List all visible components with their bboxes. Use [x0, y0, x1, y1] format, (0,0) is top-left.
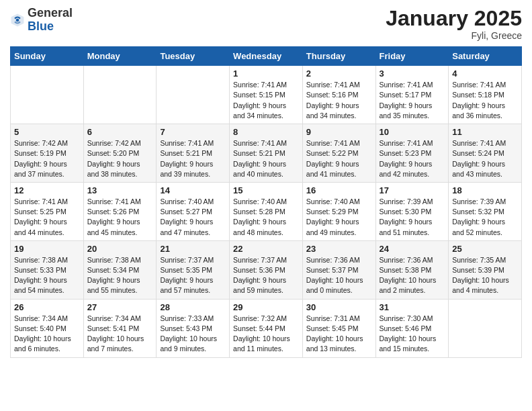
- header-thursday: Thursday: [302, 47, 375, 66]
- day-number: 4: [452, 68, 518, 79]
- day-number: 25: [452, 244, 518, 254]
- table-row: [11, 66, 84, 124]
- day-number: 2: [306, 68, 372, 79]
- table-row: 19Sunrise: 7:38 AM Sunset: 5:33 PM Dayli…: [11, 240, 84, 299]
- header: General Blue January 2025 Fyli, Greece: [10, 7, 522, 41]
- logo-icon: [10, 13, 25, 28]
- day-number: 13: [87, 185, 153, 195]
- day-info: Sunrise: 7:41 AM Sunset: 5:21 PM Dayligh…: [233, 138, 299, 179]
- table-row: 21Sunrise: 7:37 AM Sunset: 5:35 PM Dayli…: [157, 240, 230, 299]
- table-row: 11Sunrise: 7:41 AM Sunset: 5:24 PM Dayli…: [449, 124, 522, 183]
- table-row: 15Sunrise: 7:40 AM Sunset: 5:28 PM Dayli…: [230, 182, 303, 240]
- day-number: 16: [306, 185, 372, 195]
- day-number: 3: [380, 68, 445, 79]
- logo-blue-text: Blue: [28, 19, 54, 33]
- day-info: Sunrise: 7:41 AM Sunset: 5:18 PM Dayligh…: [452, 80, 518, 121]
- table-row: 9Sunrise: 7:41 AM Sunset: 5:22 PM Daylig…: [302, 124, 375, 183]
- table-row: 7Sunrise: 7:41 AM Sunset: 5:21 PM Daylig…: [157, 124, 230, 183]
- day-info: Sunrise: 7:37 AM Sunset: 5:36 PM Dayligh…: [233, 255, 299, 296]
- table-row: 29Sunrise: 7:32 AM Sunset: 5:44 PM Dayli…: [230, 299, 303, 357]
- table-row: 27Sunrise: 7:34 AM Sunset: 5:41 PM Dayli…: [83, 299, 157, 357]
- day-number: 22: [233, 244, 299, 254]
- day-info: Sunrise: 7:40 AM Sunset: 5:27 PM Dayligh…: [160, 197, 226, 238]
- day-info: Sunrise: 7:42 AM Sunset: 5:19 PM Dayligh…: [14, 138, 80, 179]
- table-row: [83, 66, 157, 124]
- day-number: 12: [14, 185, 80, 195]
- day-info: Sunrise: 7:41 AM Sunset: 5:23 PM Dayligh…: [380, 138, 445, 179]
- page: General Blue January 2025 Fyli, Greece S…: [0, 0, 532, 368]
- day-number: 15: [233, 185, 299, 195]
- table-row: 20Sunrise: 7:38 AM Sunset: 5:34 PM Dayli…: [83, 240, 157, 299]
- table-row: 28Sunrise: 7:33 AM Sunset: 5:43 PM Dayli…: [157, 299, 230, 357]
- day-info: Sunrise: 7:41 AM Sunset: 5:17 PM Dayligh…: [380, 80, 445, 121]
- table-row: 13Sunrise: 7:41 AM Sunset: 5:26 PM Dayli…: [83, 182, 157, 240]
- table-row: 18Sunrise: 7:39 AM Sunset: 5:32 PM Dayli…: [449, 182, 522, 240]
- table-row: 26Sunrise: 7:34 AM Sunset: 5:40 PM Dayli…: [11, 299, 84, 357]
- day-number: 21: [160, 244, 226, 254]
- day-info: Sunrise: 7:41 AM Sunset: 5:16 PM Dayligh…: [306, 80, 372, 121]
- day-info: Sunrise: 7:32 AM Sunset: 5:44 PM Dayligh…: [233, 314, 299, 355]
- day-info: Sunrise: 7:33 AM Sunset: 5:43 PM Dayligh…: [160, 314, 226, 355]
- table-row: 2Sunrise: 7:41 AM Sunset: 5:16 PM Daylig…: [302, 66, 375, 124]
- day-number: 29: [233, 302, 299, 312]
- month-title: January 2025: [386, 7, 522, 30]
- header-monday: Monday: [83, 47, 157, 66]
- logo-text: General Blue: [28, 7, 73, 34]
- day-number: 23: [306, 244, 372, 254]
- day-info: Sunrise: 7:31 AM Sunset: 5:45 PM Dayligh…: [306, 314, 372, 355]
- day-info: Sunrise: 7:41 AM Sunset: 5:24 PM Dayligh…: [452, 138, 518, 179]
- day-info: Sunrise: 7:35 AM Sunset: 5:39 PM Dayligh…: [452, 255, 518, 296]
- day-info: Sunrise: 7:41 AM Sunset: 5:15 PM Dayligh…: [233, 80, 299, 121]
- table-row: 30Sunrise: 7:31 AM Sunset: 5:45 PM Dayli…: [302, 299, 375, 357]
- svg-point-0: [16, 18, 19, 21]
- calendar: Sunday Monday Tuesday Wednesday Thursday…: [10, 46, 522, 357]
- location: Fyli, Greece: [386, 30, 522, 41]
- day-info: Sunrise: 7:34 AM Sunset: 5:40 PM Dayligh…: [14, 314, 80, 355]
- header-saturday: Saturday: [449, 47, 522, 66]
- table-row: 4Sunrise: 7:41 AM Sunset: 5:18 PM Daylig…: [449, 66, 522, 124]
- table-row: 31Sunrise: 7:30 AM Sunset: 5:46 PM Dayli…: [375, 299, 449, 357]
- table-row: 8Sunrise: 7:41 AM Sunset: 5:21 PM Daylig…: [230, 124, 303, 183]
- day-number: 20: [87, 244, 153, 254]
- day-info: Sunrise: 7:36 AM Sunset: 5:37 PM Dayligh…: [306, 255, 372, 296]
- logo-general-text: General: [28, 6, 73, 19]
- calendar-week-row: 26Sunrise: 7:34 AM Sunset: 5:40 PM Dayli…: [11, 299, 522, 357]
- table-row: 12Sunrise: 7:41 AM Sunset: 5:25 PM Dayli…: [11, 182, 84, 240]
- day-number: 30: [306, 302, 372, 312]
- logo: General Blue: [10, 7, 73, 34]
- table-row: 24Sunrise: 7:36 AM Sunset: 5:38 PM Dayli…: [375, 240, 449, 299]
- day-info: Sunrise: 7:37 AM Sunset: 5:35 PM Dayligh…: [160, 255, 226, 296]
- table-row: 22Sunrise: 7:37 AM Sunset: 5:36 PM Dayli…: [230, 240, 303, 299]
- day-number: 26: [14, 302, 80, 312]
- header-sunday: Sunday: [11, 47, 84, 66]
- calendar-week-row: 1Sunrise: 7:41 AM Sunset: 5:15 PM Daylig…: [11, 66, 522, 124]
- header-wednesday: Wednesday: [230, 47, 303, 66]
- day-info: Sunrise: 7:41 AM Sunset: 5:26 PM Dayligh…: [87, 197, 153, 238]
- day-info: Sunrise: 7:34 AM Sunset: 5:41 PM Dayligh…: [87, 314, 153, 355]
- calendar-week-row: 19Sunrise: 7:38 AM Sunset: 5:33 PM Dayli…: [11, 240, 522, 299]
- day-number: 18: [452, 185, 518, 195]
- day-number: 11: [452, 127, 518, 137]
- day-info: Sunrise: 7:40 AM Sunset: 5:28 PM Dayligh…: [233, 197, 299, 238]
- table-row: 1Sunrise: 7:41 AM Sunset: 5:15 PM Daylig…: [230, 66, 303, 124]
- day-number: 5: [14, 127, 80, 137]
- day-number: 8: [233, 127, 299, 137]
- table-row: 17Sunrise: 7:39 AM Sunset: 5:30 PM Dayli…: [375, 182, 449, 240]
- calendar-week-row: 12Sunrise: 7:41 AM Sunset: 5:25 PM Dayli…: [11, 182, 522, 240]
- day-info: Sunrise: 7:41 AM Sunset: 5:25 PM Dayligh…: [14, 197, 80, 238]
- day-info: Sunrise: 7:39 AM Sunset: 5:30 PM Dayligh…: [380, 197, 445, 238]
- day-number: 27: [87, 302, 153, 312]
- table-row: [449, 299, 522, 357]
- header-friday: Friday: [375, 47, 449, 66]
- table-row: 23Sunrise: 7:36 AM Sunset: 5:37 PM Dayli…: [302, 240, 375, 299]
- day-number: 10: [380, 127, 445, 137]
- table-row: [157, 66, 230, 124]
- title-block: January 2025 Fyli, Greece: [386, 7, 522, 41]
- table-row: 16Sunrise: 7:40 AM Sunset: 5:29 PM Dayli…: [302, 182, 375, 240]
- day-info: Sunrise: 7:38 AM Sunset: 5:34 PM Dayligh…: [87, 255, 153, 296]
- table-row: 25Sunrise: 7:35 AM Sunset: 5:39 PM Dayli…: [449, 240, 522, 299]
- day-number: 9: [306, 127, 372, 137]
- day-number: 1: [233, 68, 299, 79]
- day-info: Sunrise: 7:38 AM Sunset: 5:33 PM Dayligh…: [14, 255, 80, 296]
- day-number: 14: [160, 185, 226, 195]
